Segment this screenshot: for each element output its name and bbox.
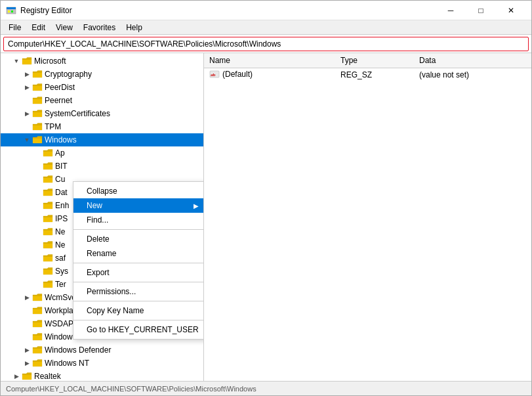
expander-windows[interactable]: ▼ [22, 135, 32, 145]
folder-icon-windowsnt [32, 359, 43, 368]
tree-pane[interactable]: ▼ Microsoft ▶ Cryptography ▶ PeerDist [1, 53, 204, 381]
tree-label-wsdapi: WSDAPI [45, 319, 75, 328]
expander-ne2[interactable] [32, 240, 43, 250]
address-input[interactable] [3, 37, 529, 51]
context-menu: Collapse New ▶ Find... Delete Rename Exp… [73, 181, 204, 340]
expander-saf[interactable] [32, 253, 43, 263]
col-type[interactable]: Type [335, 53, 414, 68]
expander-windowsnt[interactable]: ▶ [22, 358, 32, 368]
tree-label-bit: BIT [55, 162, 68, 171]
maximize-button[interactable]: □ [466, 1, 496, 20]
expander-realtek[interactable]: ▶ [11, 371, 22, 381]
ctx-separator-1 [73, 229, 204, 230]
expander-windowsdefender[interactable]: ▶ [22, 345, 32, 355]
tree-item-windowsdefender[interactable]: ▶ Windows Defender [1, 343, 203, 357]
expander-ips[interactable] [32, 213, 43, 224]
window-title: Registry Editor [20, 6, 72, 15]
svg-text:ab: ab [211, 72, 216, 77]
tree-item-tpm[interactable]: TPM [1, 120, 203, 133]
expander-workplacejoin[interactable] [22, 305, 32, 316]
ctx-item-delete[interactable]: Delete [73, 232, 204, 246]
ctx-item-find[interactable]: Find... [73, 213, 204, 227]
expander-peernet[interactable] [22, 95, 32, 106]
expander-tpm[interactable] [22, 121, 32, 132]
tree-label-systemcerts: SystemCertificates [45, 109, 110, 118]
expander-cryptography[interactable]: ▶ [22, 69, 32, 79]
menu-file[interactable]: File [3, 22, 26, 33]
ctx-item-gotohkcu[interactable]: Go to HKEY_CURRENT_USER [73, 322, 204, 337]
tree-item-bit[interactable]: BIT [1, 160, 203, 173]
title-bar-controls: ─ □ ✕ [436, 1, 526, 20]
expander-ter[interactable] [32, 279, 43, 290]
expander-sys[interactable] [32, 266, 43, 276]
tree-item-windows[interactable]: ▼ Windows [1, 133, 203, 146]
ctx-separator-4 [73, 301, 204, 301]
folder-icon-workplacejoin [32, 306, 43, 315]
ctx-item-export[interactable]: Export [73, 265, 204, 280]
expander-enh[interactable] [32, 200, 43, 211]
expander-peerdist[interactable]: ▶ [22, 82, 32, 93]
folder-icon-dat [43, 188, 53, 197]
ctx-label-new: New [87, 201, 102, 210]
tree-item-realtek[interactable]: ▶ Realtek [1, 370, 203, 381]
tree-label-tpm: TPM [45, 122, 61, 131]
folder-icon-tpm [32, 122, 43, 131]
svg-rect-2 [8, 11, 10, 12]
main-area: ▼ Microsoft ▶ Cryptography ▶ PeerDist [1, 53, 531, 381]
tree-label-windowsdefender: Windows Defender [45, 345, 111, 355]
ctx-item-new[interactable]: New ▶ [73, 198, 204, 213]
col-name[interactable]: Name [204, 53, 335, 68]
tree-item-cryptography[interactable]: ▶ Cryptography [1, 68, 203, 81]
menu-edit[interactable]: Edit [26, 22, 51, 33]
folder-icon-realtek [22, 372, 32, 381]
tree-label-ter: Ter [55, 280, 66, 289]
expander-ne1[interactable] [32, 227, 43, 237]
expander-microsoft[interactable]: ▼ [11, 56, 22, 66]
col-data[interactable]: Data [414, 53, 531, 68]
tree-item-peerdist[interactable]: ▶ PeerDist [1, 81, 203, 94]
tree-item-peernet[interactable]: Peernet [1, 94, 203, 107]
expander-watp[interactable] [22, 332, 32, 342]
regedit-icon [6, 5, 16, 16]
expander-dat[interactable] [32, 187, 43, 198]
folder-icon-cu [43, 175, 53, 184]
tree-item-microsoft[interactable]: ▼ Microsoft [1, 55, 203, 68]
folder-icon-watp [32, 332, 43, 341]
ctx-separator-5 [73, 320, 204, 320]
tree-item-systemcerts[interactable]: ▶ SystemCertificates [1, 107, 203, 120]
ctx-item-copykeyname[interactable]: Copy Key Name [73, 303, 204, 318]
expander-bit[interactable] [32, 161, 43, 171]
tree-label-windowsnt: Windows NT [45, 359, 89, 368]
ctx-item-permissions[interactable]: Permissions... [73, 284, 204, 299]
tree-label-ips: IPS [55, 214, 68, 223]
tree-label-sys: Sys [55, 267, 68, 276]
close-button[interactable]: ✕ [496, 1, 526, 20]
menu-favorites[interactable]: Favorites [78, 22, 121, 33]
expander-wcmsvc[interactable]: ▶ [22, 292, 32, 303]
svg-rect-1 [7, 7, 16, 9]
folder-icon-ne2 [43, 240, 53, 250]
tree-label-dat: Dat [55, 188, 68, 197]
folder-icon-microsoft [22, 56, 32, 66]
expander-wsdapi[interactable] [22, 319, 32, 329]
tree-label-peernet: Peernet [45, 96, 72, 105]
menu-view[interactable]: View [51, 22, 78, 33]
minimize-button[interactable]: ─ [436, 1, 466, 20]
detail-pane[interactable]: Name Type Data ab (De [204, 53, 531, 381]
expander-ap[interactable] [32, 148, 43, 158]
tree-item-windowsnt[interactable]: ▶ Windows NT [1, 357, 203, 370]
menu-help[interactable]: Help [121, 22, 148, 33]
folder-icon-bit [43, 162, 53, 171]
expander-cu[interactable] [32, 174, 43, 185]
expander-systemcerts[interactable]: ▶ [22, 108, 32, 119]
table-row[interactable]: ab (Default) REG_SZ (value not set) [204, 68, 531, 82]
tree-item-ap[interactable]: Ap [1, 146, 203, 160]
ctx-item-rename[interactable]: Rename [73, 246, 204, 261]
cell-name: ab (Default) [204, 68, 335, 82]
tree-label-wcmsvc: WcmSvc [45, 293, 75, 302]
folder-icon-cryptography [32, 70, 43, 79]
tree-label-saf: saf [55, 253, 66, 263]
tree-label-cu: Cu [55, 175, 65, 184]
folder-icon-wcmsvc [32, 293, 43, 302]
ctx-item-collapse[interactable]: Collapse [73, 184, 204, 198]
